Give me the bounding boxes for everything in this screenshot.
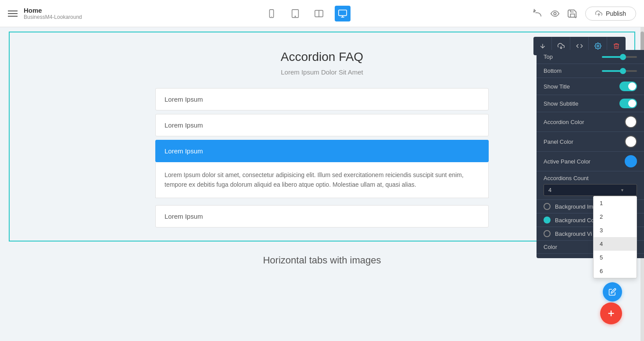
bottom-label: Bottom [544,67,602,74]
publish-button[interactable]: Publish [585,7,636,21]
dropdown-chevron: ▼ [620,188,624,192]
device-desktop[interactable] [335,6,351,21]
count-select-wrapper[interactable]: 4 ▼ 1 2 3 4 5 6 [544,184,637,196]
publish-label: Publish [606,10,626,17]
count-dropdown-trigger[interactable]: 4 ▼ [544,184,637,196]
show-title-row: Show Title [537,78,644,95]
show-subtitle-row: Show Subtitle [537,95,644,112]
site-sub-label: BusinessM4-Lookaround [24,14,82,20]
background-image-radio[interactable] [544,203,551,210]
accordion-item-2[interactable]: Lorem Ipsum [155,114,489,136]
option-3[interactable]: 3 [594,224,637,237]
count-value: 4 [548,187,551,193]
panel-color-row: Panel Color [537,132,644,152]
preview-button[interactable] [550,9,560,18]
option-1[interactable]: 1 [594,196,637,210]
site-home-label: Home [24,7,82,14]
accordion-color-label: Accordion Color [544,119,625,125]
accordion-content: Lorem Ipsum dolor sit amet, consectetur … [155,162,489,198]
background-video-radio[interactable] [544,230,551,237]
accordion-subtitle: Lorem Ipsum Dolor Sit Amet [18,68,626,76]
fab-add-button[interactable] [600,302,622,324]
top-row: Top [537,50,644,64]
save-button[interactable] [568,9,577,18]
option-2[interactable]: 2 [594,210,637,224]
accordion-list: Lorem Ipsum Lorem Ipsum Lorem Ipsum Lore… [155,88,489,227]
bottom-row: Bottom [537,64,644,78]
background-color-radio[interactable] [544,217,551,224]
settings-panel: Top Bottom Show Title Show Subtitle [537,50,644,258]
option-4[interactable]: 4 [594,237,637,251]
svg-rect-6 [339,10,347,15]
device-tablet[interactable] [287,6,303,21]
active-panel-color-label: Active Panel Color [544,158,625,165]
topbar: Home BusinessM4-Lookaround [0,0,644,27]
option-6[interactable]: 6 [594,264,637,278]
fab-edit-button[interactable] [603,282,622,302]
show-subtitle-label: Show Subtitle [544,100,619,107]
svg-point-1 [272,16,272,16]
topbar-left: Home BusinessM4-Lookaround [8,7,82,20]
svg-point-13 [597,45,599,47]
hamburger-menu[interactable] [8,11,18,17]
panel-color-swatch[interactable] [625,135,637,148]
device-switcher [264,6,351,21]
count-dropdown-open: 1 2 3 4 5 6 [593,196,637,278]
show-title-label: Show Title [544,83,619,90]
accordions-count-label: Accordions Count [544,175,637,181]
top-slider[interactable] [602,56,637,58]
option-5[interactable]: 5 [594,251,637,264]
accordion-color-row: Accordion Color [537,112,644,132]
bottom-slider[interactable] [602,70,637,72]
active-panel-color-swatch[interactable] [625,155,637,167]
device-split[interactable] [311,6,327,21]
accordion-item-4[interactable]: Lorem Ipsum [155,205,489,227]
top-label: Top [544,53,602,60]
topbar-title: Home BusinessM4-Lookaround [24,7,82,20]
bottom-title: Horizontal tabs with images [263,255,381,266]
device-mobile[interactable] [264,6,279,21]
show-title-toggle[interactable] [619,82,637,91]
svg-point-9 [554,12,556,15]
topbar-right: Publish [533,7,636,21]
panel-color-label: Panel Color [544,139,625,145]
svg-point-3 [295,16,296,16]
accordions-count-row: Accordions Count 4 ▼ 1 2 3 4 5 6 [537,171,644,200]
main-area: Accordion FAQ Lorem Ipsum Dolor Sit Amet… [0,27,644,341]
accordion-item-1[interactable]: Lorem Ipsum [155,88,489,110]
accordion-color-swatch[interactable] [625,116,637,128]
accordion-item-3[interactable]: Lorem Ipsum [155,140,489,162]
show-subtitle-toggle[interactable] [619,99,637,108]
undo-button[interactable] [533,9,542,18]
active-panel-color-row: Active Panel Color [537,152,644,171]
